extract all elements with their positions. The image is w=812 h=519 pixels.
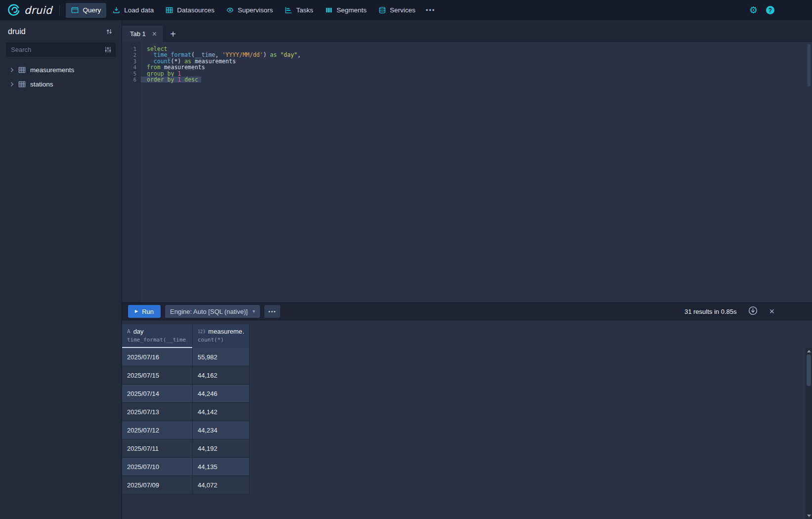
plus-icon: +: [170, 29, 176, 40]
table-icon: [18, 81, 26, 88]
chevron-right-icon[interactable]: [8, 67, 16, 73]
close-results-button[interactable]: ×: [769, 307, 774, 316]
nav-item-segments[interactable]: Segments: [320, 3, 372, 18]
column-expression: time_format(__time,…: [127, 337, 187, 343]
filter-sliders-icon[interactable]: [104, 46, 112, 53]
editor-scrollbar[interactable]: [808, 44, 811, 86]
table-cell[interactable]: 2025/07/11: [122, 439, 193, 458]
table-row: 2025/07/1144,192: [122, 439, 812, 458]
play-icon: ▶: [135, 309, 138, 313]
search-input[interactable]: [10, 45, 101, 54]
nav-more-button[interactable]: •••: [421, 3, 440, 18]
column-header-day[interactable]: Adaytime_format(__time,…: [122, 324, 193, 348]
engine-label: Engine: Auto [SQL (native)]: [170, 308, 248, 315]
segments-icon: [325, 6, 333, 14]
sidebar-title: druid: [8, 27, 26, 36]
close-tab-icon[interactable]: ×: [152, 30, 157, 38]
scroll-down-icon[interactable]: [807, 515, 811, 517]
brand[interactable]: druid: [7, 3, 52, 17]
table-cell[interactable]: 55,982: [193, 348, 250, 366]
editor-line[interactable]: 5group by 1: [122, 71, 812, 77]
datasource-tree: measurementsstations: [6, 63, 116, 91]
nav-item-label: Tasks: [296, 6, 313, 14]
editor-line[interactable]: 3 count(*) as measurements: [122, 58, 812, 64]
table-cell[interactable]: 2025/07/13: [122, 403, 193, 421]
code-text: order by 1 desc: [141, 77, 201, 83]
gear-icon[interactable]: ⚙: [749, 5, 758, 15]
run-button[interactable]: ▶ Run: [128, 305, 161, 318]
sql-editor[interactable]: 1select2 time_format(__time, 'YYYY/MM/dd…: [122, 42, 812, 303]
table-cell[interactable]: 44,142: [193, 403, 250, 421]
query-more-button[interactable]: •••: [264, 305, 280, 318]
line-number: 2: [122, 52, 141, 58]
editor-lines: 1select2 time_format(__time, 'YYYY/MM/dd…: [122, 42, 812, 83]
editor-line[interactable]: 4from measurements: [122, 64, 812, 70]
editor-line[interactable]: 6order by 1 desc: [122, 77, 812, 83]
nav-item-load-data[interactable]: Load data: [107, 3, 159, 18]
top-nav: QueryLoad dataDatasourcesSupervisorsTask…: [66, 3, 421, 18]
table-row: 2025/07/1655,982: [122, 348, 812, 366]
nav-item-supervisors[interactable]: Supervisors: [221, 3, 278, 18]
nav-item-datasources[interactable]: Datasources: [160, 3, 220, 18]
column-type-icon: A: [127, 328, 130, 335]
table-row: 2025/07/1244,234: [122, 421, 812, 439]
download-icon: [748, 306, 758, 317]
table-cell[interactable]: 44,246: [193, 385, 250, 403]
table-cell[interactable]: 2025/07/14: [122, 385, 193, 403]
tab-label: Tab 1: [130, 30, 146, 38]
table-cell[interactable]: 44,192: [193, 439, 250, 458]
query-icon: [71, 6, 79, 14]
download-results-button[interactable]: [748, 306, 758, 317]
table-cell[interactable]: 2025/07/15: [122, 366, 193, 385]
table-cell[interactable]: 44,162: [193, 366, 250, 385]
datasources-icon: [166, 6, 173, 14]
table-icon: [18, 66, 26, 74]
table-cell[interactable]: 2025/07/09: [122, 476, 193, 494]
table-cell[interactable]: 44,072: [193, 476, 250, 494]
help-icon[interactable]: ?: [766, 6, 774, 14]
column-header-measureme-[interactable]: 123measureme…count(*): [193, 324, 250, 348]
table-row: 2025/07/1444,246: [122, 385, 812, 403]
sidebar-item-stations[interactable]: stations: [6, 77, 116, 91]
result-status: 31 results in 0.85s: [684, 308, 737, 315]
top-right-actions: ⚙ ?: [749, 5, 812, 15]
table-cell[interactable]: 44,135: [193, 458, 250, 476]
table-cell[interactable]: 2025/07/12: [122, 421, 193, 439]
nav-item-query[interactable]: Query: [66, 3, 106, 18]
table-row: 2025/07/1344,142: [122, 403, 812, 421]
nav-item-label: Query: [83, 6, 101, 14]
datasource-label: measurements: [30, 66, 74, 74]
nav-item-label: Supervisors: [238, 6, 273, 14]
column-title: Aday: [127, 328, 187, 335]
close-icon: ×: [769, 306, 774, 316]
datasource-label: stations: [30, 81, 53, 88]
line-number: 4: [122, 64, 141, 70]
nav-item-label: Segments: [337, 6, 367, 14]
supervisors-icon: [226, 6, 234, 14]
nav-item-label: Load data: [124, 6, 154, 14]
table-cell[interactable]: 2025/07/16: [122, 348, 193, 366]
sort-toggle-icon[interactable]: [106, 28, 113, 35]
table-cell[interactable]: 44,234: [193, 421, 250, 439]
column-name: day: [133, 328, 144, 335]
sidebar-item-measurements[interactable]: measurements: [6, 63, 116, 77]
chevron-down-icon: ▾: [253, 309, 255, 314]
results-header: Adaytime_format(__time,…123measureme…cou…: [122, 324, 812, 348]
results-scrollbar[interactable]: [806, 348, 812, 519]
druid-logo-icon: [7, 3, 20, 17]
chevron-right-icon[interactable]: [8, 82, 16, 87]
line-number: 6: [122, 77, 141, 83]
engine-select[interactable]: Engine: Auto [SQL (native)] ▾: [165, 305, 260, 318]
nav-item-tasks[interactable]: Tasks: [279, 3, 319, 18]
sidebar: druid: [0, 20, 122, 519]
scrollbar-thumb[interactable]: [807, 354, 811, 386]
line-number: 5: [122, 71, 141, 77]
scroll-up-icon[interactable]: [807, 350, 811, 352]
nav-item-label: Datasources: [177, 6, 214, 14]
nav-item-services[interactable]: Services: [373, 3, 421, 18]
tabs: Tab 1×: [122, 26, 163, 42]
query-tab[interactable]: Tab 1×: [122, 26, 163, 42]
services-icon: [379, 6, 386, 14]
add-tab-button[interactable]: +: [163, 26, 183, 42]
table-cell[interactable]: 2025/07/10: [122, 458, 193, 476]
